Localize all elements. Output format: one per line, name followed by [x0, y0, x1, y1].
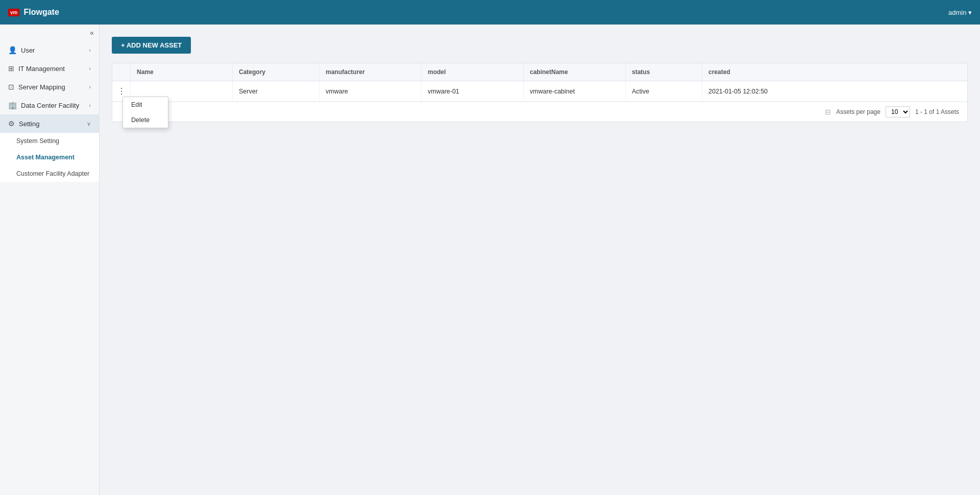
row-action-button[interactable]: ⋮	[118, 86, 124, 96]
sidebar: « 👤 User › ⊞ IT Management › ⊡ Server Ma…	[0, 25, 100, 495]
submenu-customer-facility-adapter[interactable]: Customer Facility Adapter	[0, 166, 99, 182]
submenu-asset-management[interactable]: Asset Management	[0, 149, 99, 166]
th-name: Name	[131, 63, 233, 81]
td-category: Server	[233, 81, 320, 101]
chevron-down-icon: ∨	[87, 121, 91, 127]
chevron-right-icon: ›	[89, 47, 91, 53]
sidebar-item-data-center-facility[interactable]: 🏢 Data Center Facility ›	[0, 96, 99, 114]
context-menu-delete[interactable]: Delete	[123, 112, 168, 128]
chevron-right-icon-3: ›	[89, 84, 91, 90]
th-manufacturer: manufacturer	[320, 63, 422, 81]
brand-logo: vm Flowgate	[8, 8, 59, 17]
asset-table: Name Category manufacturer model cabinet…	[112, 63, 968, 122]
submenu-system-setting[interactable]: System Setting	[0, 133, 99, 149]
th-model: model	[422, 63, 524, 81]
td-created: 2021-01-05 12:02:50	[702, 81, 967, 101]
add-new-asset-button[interactable]: + ADD NEW ASSET	[112, 37, 191, 54]
sidebar-collapse-button[interactable]: «	[0, 25, 99, 41]
table-header: Name Category manufacturer model cabinet…	[112, 63, 967, 81]
th-created: created	[702, 63, 967, 81]
sidebar-item-label-it-management: IT Management	[18, 65, 65, 73]
td-action: ⋮ Edit Delete	[112, 81, 131, 101]
td-cabinet-name: vmware-cabinet	[524, 81, 626, 101]
context-menu-edit[interactable]: Edit	[123, 97, 168, 112]
sidebar-item-it-management[interactable]: ⊞ IT Management ›	[0, 59, 99, 78]
sidebar-item-label-server-mapping: Server Mapping	[18, 83, 65, 91]
table-footer: ⊟ Assets per page 10 20 50 1 - 1 of 1 As…	[112, 102, 967, 122]
freeze-icon: ⊟	[825, 108, 831, 116]
sidebar-item-label-user: User	[21, 46, 35, 54]
user-menu[interactable]: admin ▾	[948, 9, 972, 16]
data-center-icon: 🏢	[8, 101, 17, 109]
per-page-label: Assets per page	[836, 108, 880, 115]
it-management-icon: ⊞	[8, 64, 14, 73]
main-content: + ADD NEW ASSET Name Category manufactur…	[100, 25, 980, 495]
context-menu: Edit Delete	[122, 97, 168, 128]
th-cabinet-name: cabinetName	[524, 63, 626, 81]
server-mapping-icon: ⊡	[8, 83, 14, 91]
th-category: Category	[233, 63, 320, 81]
td-status: Active	[626, 81, 702, 101]
table-row: ⋮ Edit Delete Server vmware vmware-01 vm…	[112, 81, 967, 102]
user-icon: 👤	[8, 46, 17, 54]
sidebar-item-setting[interactable]: ⚙ Setting ∨	[0, 114, 99, 133]
sidebar-item-label-data-center-facility: Data Center Facility	[21, 102, 79, 109]
th-status: status	[626, 63, 702, 81]
td-model: vmware-01	[422, 81, 524, 101]
vmw-logo: vm	[8, 9, 19, 16]
chevron-right-icon-4: ›	[89, 102, 91, 108]
setting-icon: ⚙	[8, 120, 15, 128]
sidebar-item-user[interactable]: 👤 User ›	[0, 41, 99, 59]
per-page-select[interactable]: 10 20 50	[886, 106, 910, 117]
app-title: Flowgate	[23, 8, 59, 17]
td-manufacturer: vmware	[320, 81, 422, 101]
sidebar-item-server-mapping[interactable]: ⊡ Server Mapping ›	[0, 78, 99, 96]
pagination-info: 1 - 1 of 1 Assets	[915, 108, 959, 115]
setting-submenu: System Setting Asset Management Customer…	[0, 133, 99, 182]
sidebar-item-label-setting: Setting	[19, 120, 39, 128]
top-navigation: vm Flowgate admin ▾	[0, 0, 980, 25]
th-action	[112, 63, 131, 81]
chevron-right-icon-2: ›	[89, 65, 91, 72]
